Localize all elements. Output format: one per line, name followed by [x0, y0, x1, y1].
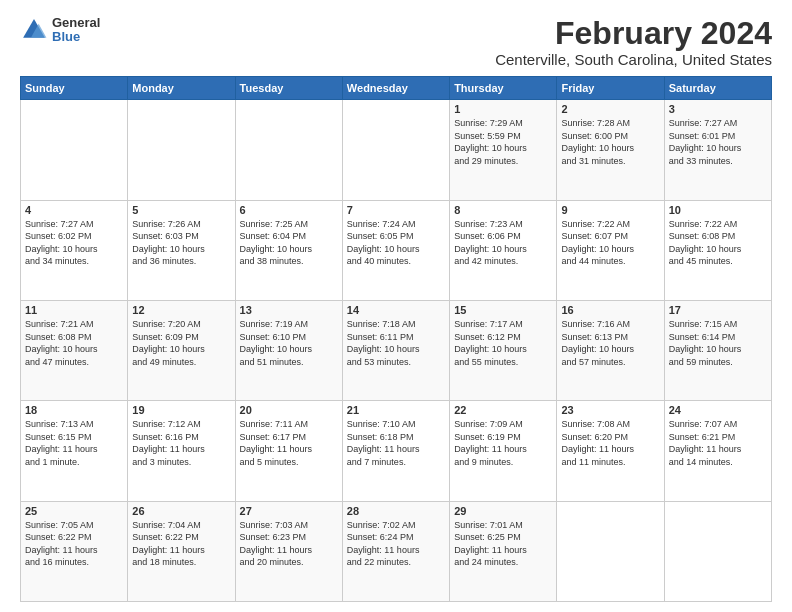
day-info: Sunrise: 7:13 AM Sunset: 6:15 PM Dayligh…: [25, 418, 123, 468]
day-info: Sunrise: 7:27 AM Sunset: 6:01 PM Dayligh…: [669, 117, 767, 167]
day-info: Sunrise: 7:19 AM Sunset: 6:10 PM Dayligh…: [240, 318, 338, 368]
calendar-cell: 26Sunrise: 7:04 AM Sunset: 6:22 PM Dayli…: [128, 501, 235, 601]
calendar-cell: 11Sunrise: 7:21 AM Sunset: 6:08 PM Dayli…: [21, 300, 128, 400]
calendar-week-2: 4Sunrise: 7:27 AM Sunset: 6:02 PM Daylig…: [21, 200, 772, 300]
day-number: 27: [240, 505, 338, 517]
day-info: Sunrise: 7:11 AM Sunset: 6:17 PM Dayligh…: [240, 418, 338, 468]
calendar-cell: 15Sunrise: 7:17 AM Sunset: 6:12 PM Dayli…: [450, 300, 557, 400]
day-number: 22: [454, 404, 552, 416]
calendar-cell: 22Sunrise: 7:09 AM Sunset: 6:19 PM Dayli…: [450, 401, 557, 501]
calendar-cell: 18Sunrise: 7:13 AM Sunset: 6:15 PM Dayli…: [21, 401, 128, 501]
calendar-cell: 29Sunrise: 7:01 AM Sunset: 6:25 PM Dayli…: [450, 501, 557, 601]
calendar-cell: 2Sunrise: 7:28 AM Sunset: 6:00 PM Daylig…: [557, 100, 664, 200]
calendar-cell: 7Sunrise: 7:24 AM Sunset: 6:05 PM Daylig…: [342, 200, 449, 300]
calendar-cell: [342, 100, 449, 200]
day-number: 19: [132, 404, 230, 416]
calendar-cell: 1Sunrise: 7:29 AM Sunset: 5:59 PM Daylig…: [450, 100, 557, 200]
day-info: Sunrise: 7:15 AM Sunset: 6:14 PM Dayligh…: [669, 318, 767, 368]
day-number: 8: [454, 204, 552, 216]
day-number: 7: [347, 204, 445, 216]
calendar-cell: 27Sunrise: 7:03 AM Sunset: 6:23 PM Dayli…: [235, 501, 342, 601]
day-number: 28: [347, 505, 445, 517]
calendar-cell: 19Sunrise: 7:12 AM Sunset: 6:16 PM Dayli…: [128, 401, 235, 501]
calendar-cell: 4Sunrise: 7:27 AM Sunset: 6:02 PM Daylig…: [21, 200, 128, 300]
day-number: 6: [240, 204, 338, 216]
day-info: Sunrise: 7:12 AM Sunset: 6:16 PM Dayligh…: [132, 418, 230, 468]
day-info: Sunrise: 7:22 AM Sunset: 6:08 PM Dayligh…: [669, 218, 767, 268]
title-section: February 2024 Centerville, South Carolin…: [495, 16, 772, 68]
day-info: Sunrise: 7:08 AM Sunset: 6:20 PM Dayligh…: [561, 418, 659, 468]
day-number: 15: [454, 304, 552, 316]
day-header-friday: Friday: [557, 77, 664, 100]
calendar-cell: 28Sunrise: 7:02 AM Sunset: 6:24 PM Dayli…: [342, 501, 449, 601]
calendar-cell: 9Sunrise: 7:22 AM Sunset: 6:07 PM Daylig…: [557, 200, 664, 300]
day-info: Sunrise: 7:07 AM Sunset: 6:21 PM Dayligh…: [669, 418, 767, 468]
calendar-cell: 23Sunrise: 7:08 AM Sunset: 6:20 PM Dayli…: [557, 401, 664, 501]
day-number: 21: [347, 404, 445, 416]
calendar-subtitle: Centerville, South Carolina, United Stat…: [495, 51, 772, 68]
day-number: 17: [669, 304, 767, 316]
day-number: 4: [25, 204, 123, 216]
calendar-cell: 20Sunrise: 7:11 AM Sunset: 6:17 PM Dayli…: [235, 401, 342, 501]
day-info: Sunrise: 7:02 AM Sunset: 6:24 PM Dayligh…: [347, 519, 445, 569]
day-number: 16: [561, 304, 659, 316]
calendar-week-5: 25Sunrise: 7:05 AM Sunset: 6:22 PM Dayli…: [21, 501, 772, 601]
calendar-cell: 3Sunrise: 7:27 AM Sunset: 6:01 PM Daylig…: [664, 100, 771, 200]
day-number: 26: [132, 505, 230, 517]
day-info: Sunrise: 7:26 AM Sunset: 6:03 PM Dayligh…: [132, 218, 230, 268]
day-info: Sunrise: 7:23 AM Sunset: 6:06 PM Dayligh…: [454, 218, 552, 268]
calendar-cell: 16Sunrise: 7:16 AM Sunset: 6:13 PM Dayli…: [557, 300, 664, 400]
day-number: 12: [132, 304, 230, 316]
day-info: Sunrise: 7:16 AM Sunset: 6:13 PM Dayligh…: [561, 318, 659, 368]
day-number: 10: [669, 204, 767, 216]
day-number: 20: [240, 404, 338, 416]
calendar-cell: [128, 100, 235, 200]
day-number: 11: [25, 304, 123, 316]
day-number: 25: [25, 505, 123, 517]
calendar-cell: [664, 501, 771, 601]
day-info: Sunrise: 7:29 AM Sunset: 5:59 PM Dayligh…: [454, 117, 552, 167]
calendar-cell: 14Sunrise: 7:18 AM Sunset: 6:11 PM Dayli…: [342, 300, 449, 400]
logo: General Blue: [20, 16, 100, 45]
page: General Blue February 2024 Centerville, …: [0, 0, 792, 612]
calendar-week-3: 11Sunrise: 7:21 AM Sunset: 6:08 PM Dayli…: [21, 300, 772, 400]
calendar-header-row: SundayMondayTuesdayWednesdayThursdayFrid…: [21, 77, 772, 100]
calendar-cell: 17Sunrise: 7:15 AM Sunset: 6:14 PM Dayli…: [664, 300, 771, 400]
calendar-week-1: 1Sunrise: 7:29 AM Sunset: 5:59 PM Daylig…: [21, 100, 772, 200]
calendar-cell: [21, 100, 128, 200]
day-header-monday: Monday: [128, 77, 235, 100]
day-header-tuesday: Tuesday: [235, 77, 342, 100]
calendar-cell: 5Sunrise: 7:26 AM Sunset: 6:03 PM Daylig…: [128, 200, 235, 300]
day-info: Sunrise: 7:09 AM Sunset: 6:19 PM Dayligh…: [454, 418, 552, 468]
calendar-cell: 13Sunrise: 7:19 AM Sunset: 6:10 PM Dayli…: [235, 300, 342, 400]
logo-blue: Blue: [52, 30, 100, 44]
day-info: Sunrise: 7:20 AM Sunset: 6:09 PM Dayligh…: [132, 318, 230, 368]
day-header-wednesday: Wednesday: [342, 77, 449, 100]
day-info: Sunrise: 7:22 AM Sunset: 6:07 PM Dayligh…: [561, 218, 659, 268]
day-info: Sunrise: 7:25 AM Sunset: 6:04 PM Dayligh…: [240, 218, 338, 268]
day-number: 18: [25, 404, 123, 416]
calendar-table: SundayMondayTuesdayWednesdayThursdayFrid…: [20, 76, 772, 602]
day-number: 9: [561, 204, 659, 216]
calendar-cell: 10Sunrise: 7:22 AM Sunset: 6:08 PM Dayli…: [664, 200, 771, 300]
day-info: Sunrise: 7:28 AM Sunset: 6:00 PM Dayligh…: [561, 117, 659, 167]
day-number: 1: [454, 103, 552, 115]
day-header-sunday: Sunday: [21, 77, 128, 100]
header: General Blue February 2024 Centerville, …: [20, 16, 772, 68]
day-info: Sunrise: 7:01 AM Sunset: 6:25 PM Dayligh…: [454, 519, 552, 569]
day-number: 2: [561, 103, 659, 115]
day-info: Sunrise: 7:05 AM Sunset: 6:22 PM Dayligh…: [25, 519, 123, 569]
day-number: 14: [347, 304, 445, 316]
calendar-cell: 8Sunrise: 7:23 AM Sunset: 6:06 PM Daylig…: [450, 200, 557, 300]
logo-general: General: [52, 16, 100, 30]
day-number: 29: [454, 505, 552, 517]
day-info: Sunrise: 7:17 AM Sunset: 6:12 PM Dayligh…: [454, 318, 552, 368]
day-info: Sunrise: 7:21 AM Sunset: 6:08 PM Dayligh…: [25, 318, 123, 368]
calendar-cell: 12Sunrise: 7:20 AM Sunset: 6:09 PM Dayli…: [128, 300, 235, 400]
day-header-saturday: Saturday: [664, 77, 771, 100]
day-info: Sunrise: 7:24 AM Sunset: 6:05 PM Dayligh…: [347, 218, 445, 268]
day-info: Sunrise: 7:03 AM Sunset: 6:23 PM Dayligh…: [240, 519, 338, 569]
calendar-cell: 25Sunrise: 7:05 AM Sunset: 6:22 PM Dayli…: [21, 501, 128, 601]
calendar-cell: 24Sunrise: 7:07 AM Sunset: 6:21 PM Dayli…: [664, 401, 771, 501]
day-info: Sunrise: 7:18 AM Sunset: 6:11 PM Dayligh…: [347, 318, 445, 368]
